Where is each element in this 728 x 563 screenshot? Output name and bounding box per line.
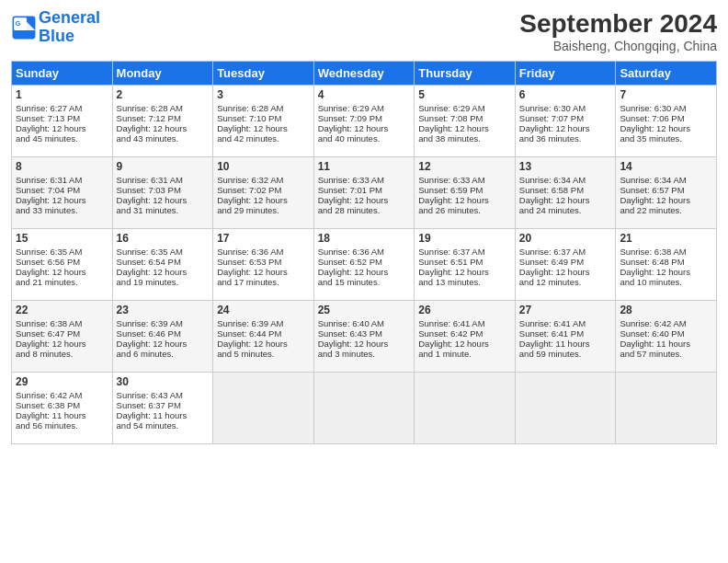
day-info-line: Sunset: 6:51 PM: [418, 257, 511, 267]
day-info-line: Sunset: 7:04 PM: [16, 185, 108, 195]
page-container: G General Blue September 2024 Baisheng, …: [0, 0, 728, 454]
day-number: 6: [519, 88, 612, 101]
day-info-line: and 36 minutes.: [519, 133, 612, 144]
calendar-cell: 26Sunrise: 6:41 AMSunset: 6:42 PMDayligh…: [415, 301, 516, 373]
day-info-line: Sunset: 7:13 PM: [16, 113, 108, 123]
day-info-line: Daylight: 12 hours: [620, 123, 712, 133]
calendar-cell: 11Sunrise: 6:33 AMSunset: 7:01 PMDayligh…: [313, 157, 415, 229]
day-info-line: Daylight: 12 hours: [318, 267, 411, 277]
day-info-line: and 31 minutes.: [117, 205, 210, 215]
logo: G General Blue: [11, 9, 100, 46]
day-info-line: and 59 minutes.: [519, 349, 612, 359]
day-info-line: Sunset: 7:09 PM: [318, 113, 411, 123]
day-info-line: Daylight: 12 hours: [117, 267, 210, 277]
calendar-cell: 25Sunrise: 6:40 AMSunset: 6:43 PMDayligh…: [313, 301, 415, 373]
day-info-line: Daylight: 12 hours: [117, 123, 210, 133]
day-info-line: and 38 minutes.: [418, 133, 511, 144]
calendar-cell: 10Sunrise: 6:32 AMSunset: 7:02 PMDayligh…: [213, 157, 314, 229]
day-info-line: and 26 minutes.: [418, 205, 511, 215]
day-number: 11: [318, 160, 411, 173]
day-info-line: Daylight: 12 hours: [318, 123, 411, 133]
day-info-line: Sunset: 6:43 PM: [318, 328, 411, 339]
day-info-line: and 54 minutes.: [117, 420, 210, 431]
day-info-line: Daylight: 11 hours: [519, 339, 612, 349]
day-info-line: Sunrise: 6:35 AM: [117, 247, 210, 257]
calendar-day-header: Saturday: [616, 62, 717, 86]
day-number: 18: [318, 232, 411, 245]
calendar-cell: 27Sunrise: 6:41 AMSunset: 6:41 PMDayligh…: [515, 301, 616, 373]
day-info-line: Daylight: 11 hours: [16, 410, 108, 420]
day-info-line: and 57 minutes.: [620, 349, 712, 359]
day-info-line: and 56 minutes.: [16, 420, 108, 431]
day-info-line: and 43 minutes.: [117, 133, 210, 144]
calendar-cell: 5Sunrise: 6:29 AMSunset: 7:08 PMDaylight…: [415, 86, 516, 157]
calendar-cell: 2Sunrise: 6:28 AMSunset: 7:12 PMDaylight…: [112, 86, 213, 157]
day-number: 5: [418, 88, 511, 101]
day-info-line: Sunset: 6:44 PM: [217, 328, 310, 339]
day-info-line: Daylight: 12 hours: [16, 123, 108, 133]
day-info-line: Sunrise: 6:42 AM: [620, 318, 712, 328]
day-info-line: and 33 minutes.: [16, 205, 108, 215]
day-info-line: Sunset: 7:07 PM: [519, 113, 612, 123]
day-info-line: Sunset: 6:49 PM: [519, 257, 612, 267]
calendar-day-header: Monday: [112, 62, 213, 86]
day-number: 2: [117, 88, 210, 101]
day-info-line: Sunset: 7:02 PM: [217, 185, 310, 195]
day-info-line: and 21 minutes.: [16, 277, 108, 287]
calendar-day-header: Thursday: [415, 62, 516, 86]
month-title: September 2024: [519, 9, 717, 39]
calendar-cell: 28Sunrise: 6:42 AMSunset: 6:40 PMDayligh…: [616, 301, 717, 373]
calendar-cell: 24Sunrise: 6:39 AMSunset: 6:44 PMDayligh…: [213, 301, 314, 373]
calendar-cell: 18Sunrise: 6:36 AMSunset: 6:52 PMDayligh…: [313, 229, 415, 301]
calendar-cell: [616, 373, 717, 444]
calendar-week-row: 22Sunrise: 6:38 AMSunset: 6:47 PMDayligh…: [12, 301, 717, 373]
day-info-line: and 8 minutes.: [16, 349, 108, 359]
day-number: 20: [519, 232, 612, 245]
day-info-line: Daylight: 12 hours: [418, 339, 511, 349]
day-info-line: Daylight: 12 hours: [519, 267, 612, 277]
calendar-cell: 7Sunrise: 6:30 AMSunset: 7:06 PMDaylight…: [616, 86, 717, 157]
day-info-line: Sunrise: 6:34 AM: [620, 175, 712, 185]
day-info-line: Sunrise: 6:35 AM: [16, 247, 108, 257]
day-info-line: and 17 minutes.: [217, 277, 310, 287]
day-info-line: Daylight: 12 hours: [217, 123, 310, 133]
day-info-line: and 1 minute.: [418, 349, 511, 359]
day-number: 25: [318, 304, 411, 316]
calendar-cell: 19Sunrise: 6:37 AMSunset: 6:51 PMDayligh…: [415, 229, 516, 301]
day-info-line: Sunset: 6:48 PM: [620, 257, 712, 267]
calendar-week-row: 8Sunrise: 6:31 AMSunset: 7:04 PMDaylight…: [12, 157, 717, 229]
day-info-line: Sunset: 6:59 PM: [418, 185, 511, 195]
day-info-line: Daylight: 12 hours: [620, 195, 712, 205]
day-info-line: Sunset: 7:08 PM: [418, 113, 511, 123]
svg-text:G: G: [16, 20, 21, 27]
day-number: 15: [16, 232, 108, 245]
day-info-line: Daylight: 12 hours: [418, 123, 511, 133]
calendar-cell: 14Sunrise: 6:34 AMSunset: 6:57 PMDayligh…: [616, 157, 717, 229]
day-info-line: Sunrise: 6:33 AM: [318, 175, 411, 185]
day-info-line: Daylight: 12 hours: [117, 339, 210, 349]
day-info-line: Sunrise: 6:39 AM: [117, 318, 210, 328]
calendar-cell: [515, 373, 616, 444]
calendar-cell: 15Sunrise: 6:35 AMSunset: 6:56 PMDayligh…: [12, 229, 113, 301]
day-info-line: Daylight: 12 hours: [217, 195, 310, 205]
day-info-line: Daylight: 12 hours: [16, 195, 108, 205]
day-info-line: and 35 minutes.: [620, 133, 712, 144]
day-info-line: and 13 minutes.: [418, 277, 511, 287]
day-info-line: Sunset: 6:42 PM: [418, 328, 511, 339]
day-info-line: and 12 minutes.: [519, 277, 612, 287]
day-number: 12: [418, 160, 511, 173]
day-info-line: Sunrise: 6:41 AM: [418, 318, 511, 328]
day-info-line: Sunrise: 6:27 AM: [16, 103, 108, 113]
day-info-line: Sunrise: 6:38 AM: [620, 247, 712, 257]
day-info-line: Sunset: 7:12 PM: [117, 113, 210, 123]
day-number: 13: [519, 160, 612, 173]
day-info-line: Sunrise: 6:41 AM: [519, 318, 612, 328]
day-info-line: and 22 minutes.: [620, 205, 712, 215]
day-info-line: Sunrise: 6:39 AM: [217, 318, 310, 328]
calendar-week-row: 15Sunrise: 6:35 AMSunset: 6:56 PMDayligh…: [12, 229, 717, 301]
day-info-line: Sunrise: 6:43 AM: [117, 390, 210, 400]
day-info-line: Sunset: 7:01 PM: [318, 185, 411, 195]
day-info-line: Daylight: 12 hours: [16, 267, 108, 277]
page-header: G General Blue September 2024 Baisheng, …: [11, 9, 717, 53]
day-number: 30: [117, 375, 210, 388]
